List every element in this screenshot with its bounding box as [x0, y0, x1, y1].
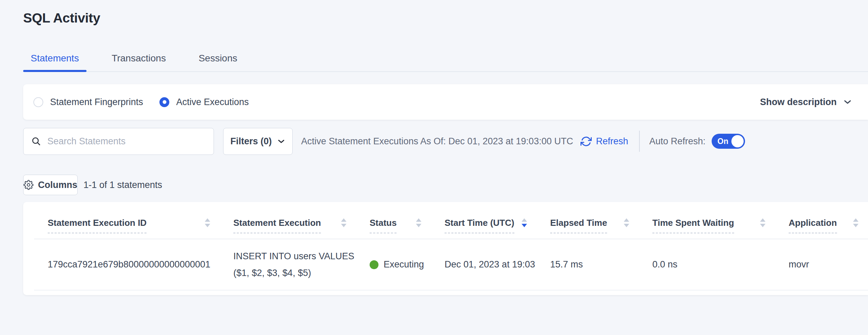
toggle-state-label: On [717, 137, 728, 146]
auto-refresh-label: Auto Refresh: [649, 136, 706, 147]
sort-icon[interactable] [205, 217, 210, 227]
column-header[interactable]: Start Time (UTC) [431, 217, 537, 233]
radio-label: Active Executions [176, 97, 249, 107]
page-title: SQL Activity [23, 10, 868, 26]
tab-statements[interactable]: Statements [23, 53, 87, 71]
column-header[interactable]: Status [356, 217, 431, 233]
chevron-down-icon [843, 97, 852, 107]
show-description-label: Show description [760, 97, 837, 107]
column-header[interactable]: Time Spent Waiting [639, 217, 775, 233]
status-label: Executing [384, 259, 424, 270]
radio-statement-fingerprints[interactable]: Statement Fingerprints [33, 97, 143, 107]
search-box[interactable] [23, 128, 214, 155]
sort-icon[interactable] [522, 217, 527, 227]
gear-icon [24, 180, 33, 190]
cell-statement: INSERT INTO users VALUES ($1, $2, $3, $4… [220, 248, 356, 281]
filters-button[interactable]: Filters (0) [223, 128, 293, 155]
table-toolbar: Columns 1-1 of 1 statements [23, 175, 868, 195]
refresh-button[interactable]: Refresh [580, 136, 628, 147]
controls-row: Filters (0) Active Statement Executions … [23, 128, 868, 155]
statement-line-2: ($1, $2, $3, $4, $5) [233, 265, 356, 281]
search-icon [31, 136, 41, 146]
cell-status: Executing [356, 259, 431, 270]
radio-label: Statement Fingerprints [50, 97, 143, 107]
show-description-toggle[interactable]: Show description [760, 97, 852, 107]
sort-icon[interactable] [341, 217, 346, 227]
results-count: 1-1 of 1 statements [83, 180, 162, 190]
vertical-divider [639, 131, 640, 152]
toggle-knob[interactable] [731, 135, 744, 147]
column-header[interactable]: Elapsed Time [537, 217, 639, 233]
auto-refresh-toggle[interactable]: On [712, 134, 745, 149]
cell-application: movr [775, 259, 868, 270]
sort-icon[interactable] [624, 217, 629, 227]
sort-icon[interactable] [760, 217, 765, 227]
status-dot [370, 260, 378, 269]
refresh-label: Refresh [596, 136, 628, 147]
cell-execution-id: 179cca7921e679b80000000000000001 [34, 259, 220, 270]
cell-start-time: Dec 01, 2023 at 19:03 [431, 259, 537, 270]
column-header[interactable]: Statement Execution [220, 217, 356, 233]
radio-checked-icon[interactable] [159, 97, 169, 107]
statements-table-card: Statement Execution ID Statement Executi… [23, 202, 868, 295]
sort-icon[interactable] [853, 217, 858, 227]
chevron-down-icon [277, 137, 285, 146]
view-mode-radio-group: Statement Fingerprints Active Executions [33, 97, 265, 107]
cell-elapsed-time: 15.7 ms [537, 259, 639, 270]
as-of-timestamp: Active Statement Executions As Of: Dec 0… [301, 136, 573, 147]
column-header[interactable]: Statement Execution ID [34, 217, 220, 233]
columns-button-label: Columns [38, 180, 77, 190]
filters-label: Filters (0) [230, 136, 272, 147]
sort-icon[interactable] [416, 217, 421, 227]
cell-time-spent-waiting: 0.0 ns [639, 259, 775, 270]
radio-unchecked-icon[interactable] [33, 97, 43, 107]
table-row[interactable]: 179cca7921e679b80000000000000001 INSERT … [34, 239, 868, 290]
table-header-row: Statement Execution ID Statement Executi… [34, 217, 868, 239]
columns-button[interactable]: Columns [23, 175, 78, 195]
tab-sessions[interactable]: Sessions [191, 53, 245, 71]
search-input[interactable] [47, 136, 207, 147]
statement-line-1: INSERT INTO users VALUES [233, 248, 356, 265]
column-header[interactable]: Application [775, 217, 868, 233]
radio-active-executions[interactable]: Active Executions [159, 97, 249, 107]
tabbar: Statements Transactions Sessions [23, 53, 868, 72]
tab-transactions[interactable]: Transactions [104, 53, 173, 71]
sql-activity-page: SQL Activity Statements Transactions Ses… [0, 0, 868, 335]
view-mode-card: Statement Fingerprints Active Executions… [23, 84, 868, 120]
refresh-icon [580, 136, 592, 147]
